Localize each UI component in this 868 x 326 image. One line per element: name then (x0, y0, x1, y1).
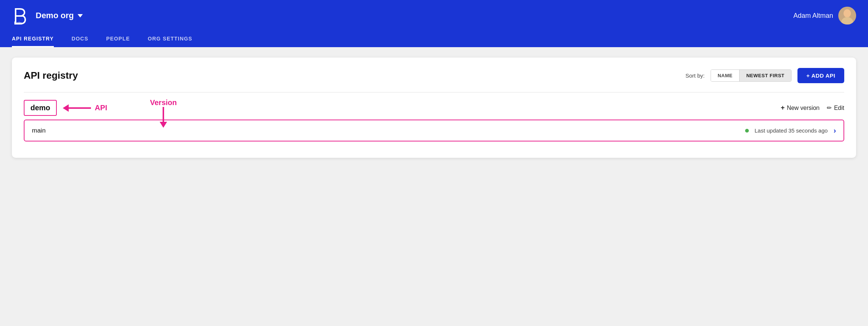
logo-wrapper: beta (12, 6, 31, 25)
avatar (838, 7, 856, 25)
api-label-group: demo API Version (24, 100, 107, 116)
divider (24, 92, 844, 92)
version-arrow-line (163, 107, 164, 122)
logo-area[interactable]: beta Demo org (12, 6, 83, 25)
svg-text:beta: beta (14, 21, 22, 25)
add-api-button[interactable]: + ADD API (797, 68, 844, 83)
new-version-button[interactable]: + New version (781, 104, 820, 112)
last-updated-text: Last updated 35 seconds ago (755, 127, 828, 134)
header: beta Demo org Adam Altman API REGISTRY D… (0, 0, 868, 47)
sort-by-name-button[interactable]: NAME (711, 70, 739, 81)
registry-header: API registry Sort by: NAME NEWEST FIRST … (24, 68, 844, 83)
registry-card: API registry Sort by: NAME NEWEST FIRST … (12, 58, 856, 158)
org-name: Demo org (36, 11, 74, 20)
api-name-text: demo (30, 104, 50, 112)
tab-api-registry[interactable]: API REGISTRY (12, 31, 54, 47)
api-actions: + New version ✏ Edit (781, 104, 844, 112)
tab-docs[interactable]: DOCS (72, 31, 88, 47)
registry-title: API registry (24, 70, 78, 81)
api-annotation-label: API (95, 104, 107, 112)
api-name-row: demo API Version (24, 100, 844, 116)
version-annotation: Version (150, 98, 177, 128)
registry-controls: Sort by: NAME NEWEST FIRST + ADD API (685, 68, 844, 83)
version-row[interactable]: main Last updated 35 seconds ago › (24, 120, 844, 141)
org-selector[interactable]: Demo org (36, 11, 83, 20)
api-name-box: demo (24, 100, 57, 116)
plus-icon: + (781, 104, 785, 112)
sort-by-newest-button[interactable]: NEWEST FIRST (739, 70, 791, 81)
nav-tabs: API REGISTRY DOCS PEOPLE ORG SETTINGS (12, 28, 856, 47)
edit-button[interactable]: ✏ Edit (827, 104, 844, 111)
logo-icon: beta (12, 6, 31, 25)
user-area[interactable]: Adam Altman (793, 7, 856, 25)
arrow-left-icon (63, 104, 69, 112)
api-annotation-arrow: API (63, 104, 107, 112)
sort-buttons: NAME NEWEST FIRST (711, 69, 792, 82)
version-annotation-label: Version (150, 98, 177, 107)
sort-label: Sort by: (685, 72, 705, 79)
tab-people[interactable]: PEOPLE (106, 31, 130, 47)
version-arrowhead-icon (160, 122, 167, 128)
version-right: Last updated 35 seconds ago › (745, 126, 836, 135)
edit-label: Edit (834, 105, 844, 111)
main-content: API registry Sort by: NAME NEWEST FIRST … (0, 47, 868, 168)
status-dot-icon (745, 129, 749, 133)
tab-org-settings[interactable]: ORG SETTINGS (148, 31, 192, 47)
svg-point-4 (843, 9, 851, 17)
chevron-right-icon: › (833, 126, 836, 135)
arrow-line-horizontal (69, 107, 91, 109)
edit-icon: ✏ (827, 104, 832, 111)
header-top: beta Demo org Adam Altman (12, 0, 856, 28)
chevron-down-icon (78, 14, 83, 17)
user-name: Adam Altman (793, 12, 833, 20)
api-item: demo API Version (24, 100, 844, 141)
new-version-label: New version (787, 105, 819, 111)
version-name: main (32, 127, 46, 134)
